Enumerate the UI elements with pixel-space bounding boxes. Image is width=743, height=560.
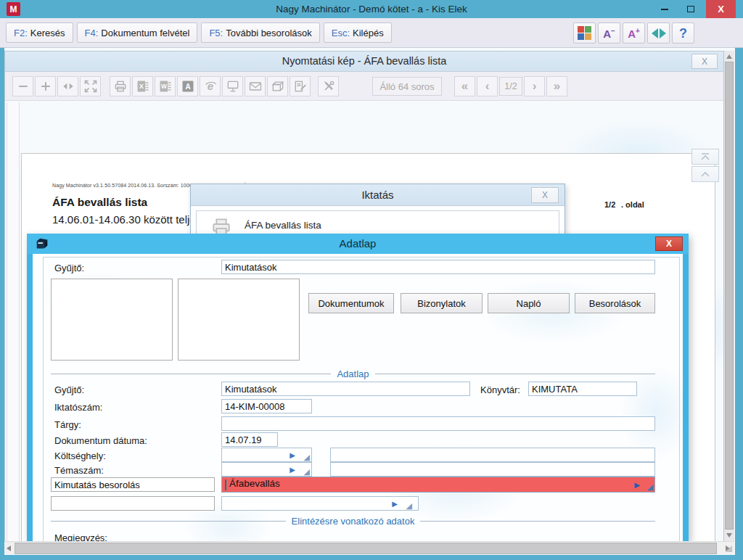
- archive-box-icon: [271, 79, 285, 94]
- combo-grip-icon[interactable]: ◢: [406, 501, 412, 511]
- document-add-button[interactable]: F4: Dokumentum felvétel: [77, 22, 198, 43]
- list-item[interactable]: ÁFA bevallás lista: [245, 220, 321, 231]
- bizonylatok-button[interactable]: Bizonylatok: [401, 293, 483, 313]
- print-button[interactable]: [110, 76, 131, 96]
- first-page-button[interactable]: «: [454, 76, 475, 96]
- document-title: ÁFA bevallás lista: [52, 196, 147, 209]
- fit-width-button[interactable]: [57, 76, 78, 96]
- adatlap-section-separator: Adatlap: [51, 368, 655, 379]
- button-label: További besorolások: [226, 28, 312, 38]
- chevron-up-bar-icon: [700, 152, 710, 161]
- maximize-button[interactable]: [679, 0, 702, 18]
- minimize-button[interactable]: [653, 0, 676, 18]
- font-increase-button[interactable]: A+: [623, 22, 645, 44]
- swap-view-button[interactable]: [647, 22, 670, 44]
- dokumentum-datuma-input[interactable]: [221, 432, 278, 447]
- left-listbox[interactable]: [51, 279, 173, 361]
- combo-arrow-icon[interactable]: ▶: [634, 481, 640, 489]
- edit-button[interactable]: [290, 76, 311, 96]
- besorolasok-button[interactable]: Besorolások: [575, 293, 655, 313]
- combo-grip-icon[interactable]: ◢: [304, 467, 310, 477]
- exit-button[interactable]: Esc: Kilépés: [324, 22, 392, 43]
- scroll-left-arrow-icon[interactable]: [7, 545, 11, 551]
- window-title: Nagy Machinátor - Demó kötet - a - Kis E…: [0, 4, 743, 15]
- zoom-in-button[interactable]: [35, 76, 56, 96]
- resize-grip-icon[interactable]: [726, 545, 732, 552]
- dokumentum-datuma-label: Dokumentum dátuma:: [54, 435, 147, 446]
- vertical-scrollbar[interactable]: [724, 51, 734, 541]
- export-pdf-button[interactable]: A: [177, 76, 198, 96]
- combo-grip-icon[interactable]: ◢: [304, 453, 310, 462]
- help-button[interactable]: ?: [672, 22, 694, 44]
- hotkey-label: F2:: [14, 28, 28, 38]
- color-grid-icon: [578, 26, 591, 40]
- archive-button[interactable]: [267, 76, 288, 96]
- horizontal-scrollbar[interactable]: [3, 541, 734, 554]
- search-button[interactable]: F2: Keresés: [6, 22, 73, 43]
- iktatas-close-button[interactable]: X: [531, 187, 559, 203]
- temaszam-name-input[interactable]: [330, 462, 655, 477]
- iktatoszam-label: Iktatószám:: [54, 402, 102, 413]
- excel-icon: X: [136, 79, 150, 94]
- extra-besorolas-combo[interactable]: ▶ ◢: [221, 496, 419, 511]
- naplo-button[interactable]: Napló: [488, 293, 570, 313]
- window-border-right: [735, 48, 743, 560]
- scroll-down-arrow-icon[interactable]: [726, 533, 732, 538]
- section-title: Elintézésre vonatkozó adatok: [292, 516, 415, 527]
- besorolas-value: Áfabevallás: [226, 478, 280, 489]
- preview-left-track[interactable]: [7, 102, 20, 552]
- export-html-button[interactable]: e: [200, 76, 221, 96]
- dokumentumok-button[interactable]: Dokumentumok: [308, 293, 394, 313]
- font-decrease-button[interactable]: A−: [598, 22, 620, 44]
- edit-document-icon: [293, 79, 308, 94]
- right-listbox[interactable]: [178, 279, 300, 361]
- besorolas-name-input[interactable]: [51, 477, 215, 492]
- iktatas-title: Iktatás: [191, 189, 565, 201]
- temaszam-combo[interactable]: ▶ ◢: [221, 462, 312, 477]
- zoom-out-button[interactable]: [12, 76, 33, 96]
- extra-besorolas-input[interactable]: [51, 496, 215, 511]
- combo-grip-icon[interactable]: ◢: [647, 482, 653, 492]
- combo-arrow-icon[interactable]: ▶: [392, 500, 398, 508]
- scroll-top-button[interactable]: [691, 149, 719, 165]
- send-to-screen-button[interactable]: [222, 76, 243, 96]
- horizontal-scroll-thumb[interactable]: [15, 543, 717, 554]
- text-caret: [225, 479, 226, 490]
- besorolas-value-combo[interactable]: Áfabevallás ▶ ◢: [221, 477, 655, 493]
- combo-arrow-icon[interactable]: ▶: [290, 466, 295, 474]
- more-classifications-button[interactable]: F5: További besorolások: [201, 22, 319, 43]
- combo-arrow-icon[interactable]: ▶: [290, 451, 295, 459]
- page-indicator: 1/2: [499, 77, 522, 96]
- targy-input[interactable]: [221, 416, 655, 431]
- last-page-button[interactable]: »: [546, 76, 567, 96]
- adatlap-close-button[interactable]: X: [655, 236, 683, 251]
- fit-page-button[interactable]: [80, 76, 101, 96]
- next-page-button[interactable]: ›: [524, 76, 545, 96]
- preview-close-button[interactable]: X: [691, 54, 718, 69]
- fit-width-icon: [61, 79, 75, 94]
- temaszam-label: Témaszám:: [54, 465, 104, 476]
- hotkey-label: Esc:: [332, 28, 350, 38]
- export-word-button[interactable]: W: [155, 76, 176, 96]
- email-button[interactable]: [245, 76, 266, 96]
- targy-label: Tárgy:: [54, 419, 81, 430]
- close-button[interactable]: X: [706, 0, 736, 18]
- theme-colors-button[interactable]: [573, 22, 596, 44]
- prev-page-button[interactable]: ‹: [477, 76, 498, 96]
- vertical-scroll-thumb[interactable]: [725, 62, 734, 530]
- window-border-left: [0, 48, 4, 560]
- layout-selector[interactable]: Álló 64 soros: [372, 77, 442, 96]
- scroll-up-button[interactable]: [691, 166, 719, 182]
- gyujto-input[interactable]: [221, 382, 470, 396]
- gyujto-top-label: Gyűjtő:: [54, 263, 84, 273]
- iktatoszam-input[interactable]: [221, 399, 312, 413]
- scroll-up-arrow-icon[interactable]: [726, 54, 732, 59]
- export-excel-button[interactable]: X: [132, 76, 153, 96]
- gyujto-top-input[interactable]: [221, 260, 655, 274]
- konyvtar-label: Könyvtár:: [480, 384, 520, 395]
- font-decrease-icon: A−: [603, 28, 615, 39]
- settings-button[interactable]: [318, 76, 339, 96]
- koltseghely-combo[interactable]: ▶ ◢: [221, 448, 312, 462]
- konyvtar-input[interactable]: [528, 382, 637, 396]
- koltseghely-name-input[interactable]: [330, 448, 655, 462]
